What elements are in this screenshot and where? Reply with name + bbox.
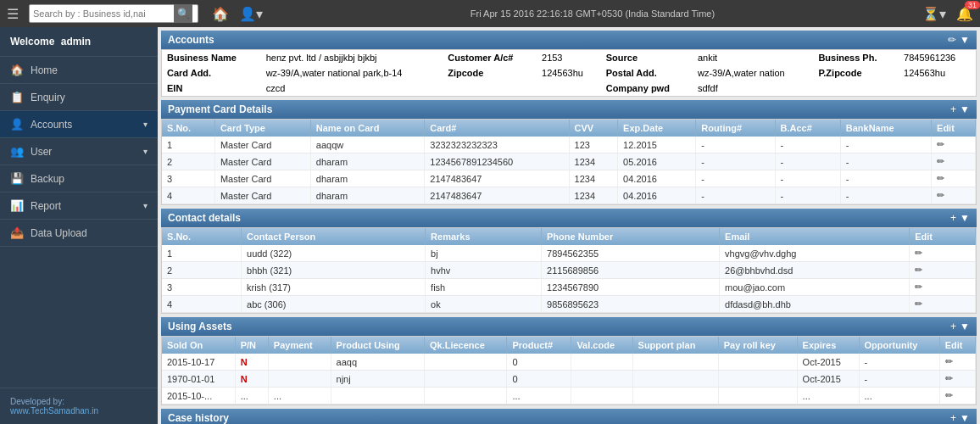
table-row: 4abc (306)ok9856895623dfdasd@bh.dhb✏ xyxy=(162,296,976,313)
home-icon[interactable]: 🏠 xyxy=(212,6,229,22)
sidebar-item-backup[interactable]: 💾 Backup xyxy=(0,165,158,192)
contact-col-header: Remarks xyxy=(426,228,542,245)
accounts-icon: 👤 xyxy=(10,118,24,131)
datetime-display: Fri Apr 15 2016 22:16:18 GMT+0530 (India… xyxy=(270,8,916,19)
payment-col-header: CVV xyxy=(569,120,618,137)
report-arrow: ▾ xyxy=(143,201,148,210)
accounts-section-header: Accounts ✏ ▼ xyxy=(161,31,977,49)
case-add-btn[interactable]: + xyxy=(950,412,956,424)
card-add-label: Card Add. xyxy=(162,65,261,81)
user-menu-icon[interactable]: 👤▾ xyxy=(239,6,263,22)
content-area: Accounts ✏ ▼ Business Name henz pvt. ltd… xyxy=(158,27,980,424)
assets-col-header: Qk.Liecence xyxy=(424,337,506,354)
business-ph-label: Business Ph. xyxy=(813,50,899,65)
assets-col-header: Support plan xyxy=(632,337,718,354)
assets-col-header: Pay roll key xyxy=(718,337,797,354)
table-row: 1uudd (322)bj7894562355vhgvg@vhv.dghg✏ xyxy=(162,245,976,262)
table-row: 3Master Carddharam2147483647123404.2016-… xyxy=(162,170,976,187)
accounts-expand-btn[interactable]: ▼ xyxy=(960,34,970,46)
assets-col-header: Opportunity xyxy=(859,337,939,354)
sidebar-footer: Developed by: www.TechSamadhan.in xyxy=(0,388,158,424)
payment-col-header: Edit xyxy=(932,120,976,137)
assets-col-header: Edit xyxy=(939,337,975,354)
assets-col-header: Product Using xyxy=(331,337,424,354)
payment-expand-btn[interactable]: ▼ xyxy=(960,103,970,115)
accounts-info-panel: Business Name henz pvt. ltd / asbjjkbj b… xyxy=(161,49,977,97)
source-label: Source xyxy=(601,50,693,65)
company-pwd-label: Company pwd xyxy=(601,81,693,96)
customer-ac-label: Customer A/c# xyxy=(443,50,537,65)
p-zipcode-label: P.Zipcode xyxy=(813,65,899,81)
business-name-label: Business Name xyxy=(162,50,261,65)
case-section-header: Case history + ▼ xyxy=(161,409,977,424)
accounts-title: Accounts xyxy=(168,34,214,46)
postal-add-label: Postal Add. xyxy=(601,65,693,81)
nav-right: ⏳▾ 🔔 31 xyxy=(922,6,973,22)
assets-col-header: Sold On xyxy=(162,337,235,354)
accounts-arrow: ▾ xyxy=(143,120,148,129)
source-value: ankit xyxy=(693,50,813,65)
payment-title: Payment Card Details xyxy=(168,103,272,115)
case-header-icons: + ▼ xyxy=(950,412,970,424)
contact-section-header: Contact details + ▼ xyxy=(161,209,977,227)
sidebar-item-accounts[interactable]: 👤 Accounts ▾ xyxy=(0,111,158,138)
contact-col-header: Contact Person xyxy=(242,228,426,245)
assets-expand-btn[interactable]: ▼ xyxy=(960,321,970,332)
card-add-value: wz-39/A,water national park,b-14 xyxy=(261,65,443,81)
payment-col-header: Exp.Date xyxy=(618,120,696,137)
sidebar-item-report[interactable]: 📊 Report ▾ xyxy=(0,192,158,220)
assets-section-header: Using Assets + ▼ xyxy=(161,317,977,336)
payment-col-header: Routing# xyxy=(696,120,775,137)
payment-table-wrapper: S.No.Card TypeName on CardCard#CVVExp.Da… xyxy=(161,119,977,205)
sidebar-item-user[interactable]: 👥 User ▾ xyxy=(0,138,158,165)
assets-table-wrapper: Sold OnP/NPaymentProduct UsingQk.Liecenc… xyxy=(161,336,977,405)
assets-col-header: Expires xyxy=(797,337,859,354)
table-row: 1Master Cardaaqqw323232323232312312.2015… xyxy=(162,137,976,153)
payment-col-header: Name on Card xyxy=(310,120,424,137)
contact-col-header: Edit xyxy=(910,228,976,245)
sidebar-item-data-upload[interactable]: 📤 Data Upload xyxy=(0,220,158,247)
contact-col-header: Phone Number xyxy=(542,228,720,245)
sidebar-welcome: Welcome admin xyxy=(0,27,158,57)
contact-add-btn[interactable]: + xyxy=(950,212,956,224)
ein-value: czcd xyxy=(261,81,443,96)
timer-icon[interactable]: ⏳▾ xyxy=(922,6,946,22)
zipcode-label: Zipcode xyxy=(443,65,537,81)
contact-header-icons: + ▼ xyxy=(950,212,970,224)
table-row: 2015-10-..................✏ xyxy=(162,388,976,404)
report-icon: 📊 xyxy=(10,199,24,212)
case-title: Case history xyxy=(168,412,229,424)
customer-ac-value: 2153 xyxy=(537,50,601,65)
assets-col-header: Val.code xyxy=(571,337,632,354)
contact-title: Contact details xyxy=(168,212,241,224)
search-button[interactable]: 🔍 xyxy=(174,4,192,23)
assets-header-icons: + ▼ xyxy=(950,321,970,332)
contact-expand-btn[interactable]: ▼ xyxy=(960,212,970,224)
case-expand-btn[interactable]: ▼ xyxy=(960,412,970,424)
payment-table: S.No.Card TypeName on CardCard#CVVExp.Da… xyxy=(162,120,976,204)
accounts-edit-btn[interactable]: ✏ xyxy=(948,34,956,46)
table-row: 1970-01-01Nnjnj0Oct-2015-✏ xyxy=(162,371,976,388)
sidebar: Welcome admin 🏠 Home 📋 Enquiry 👤 Account… xyxy=(0,27,158,424)
user-arrow: ▾ xyxy=(143,147,148,156)
enquiry-icon: 📋 xyxy=(10,91,24,103)
sidebar-item-enquiry[interactable]: 📋 Enquiry xyxy=(0,84,158,111)
home-sidebar-icon: 🏠 xyxy=(10,64,24,76)
search-input[interactable] xyxy=(30,7,174,20)
search-box: 🔍 xyxy=(29,4,198,23)
payment-add-btn[interactable]: + xyxy=(950,103,956,115)
assets-col-header: Product# xyxy=(507,337,571,354)
menu-icon[interactable]: ☰ xyxy=(7,6,19,22)
assets-add-btn[interactable]: + xyxy=(950,321,956,332)
payment-col-header: Card# xyxy=(425,120,569,137)
payment-section-header: Payment Card Details + ▼ xyxy=(161,100,977,119)
table-row: 4Master Carddharam2147483647123404.2016-… xyxy=(162,187,976,204)
assets-title: Using Assets xyxy=(168,321,232,332)
assets-col-header: Payment xyxy=(268,337,331,354)
backup-icon: 💾 xyxy=(10,172,24,185)
payment-col-header: Card Type xyxy=(214,120,310,137)
sidebar-item-home[interactable]: 🏠 Home xyxy=(0,57,158,84)
payment-header-icons: + ▼ xyxy=(950,103,970,115)
top-nav: ☰ 🔍 🏠 👤▾ Fri Apr 15 2016 22:16:18 GMT+05… xyxy=(0,0,980,27)
payment-col-header: BankName xyxy=(840,120,931,137)
